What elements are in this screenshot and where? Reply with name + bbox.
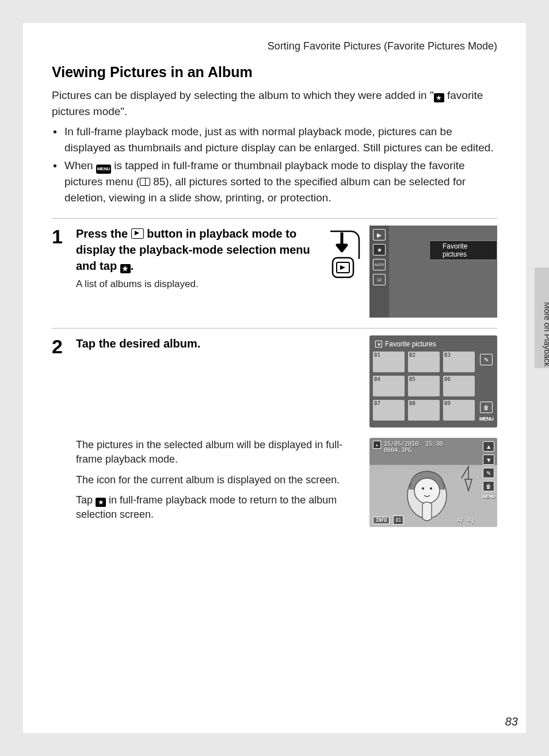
album-cell: 04 [373, 376, 405, 396]
edit-icon: ✎ [483, 468, 494, 478]
frame-counter: 4/ 4] [457, 517, 474, 524]
mode-label: Favorite pictures [429, 240, 497, 260]
bullet-2: When MENU is tapped in full-frame or thu… [64, 158, 497, 205]
album-cell: 03 [443, 352, 475, 372]
step-1-number: 1 [52, 226, 76, 318]
star-icon [96, 498, 106, 507]
mode-menu-screen: ▶ ★ AUTO 12 Favorite pictures [369, 226, 497, 318]
svg-point-4 [422, 487, 424, 490]
album-indicator: 01 [393, 516, 403, 525]
album-grid-screen: ★Favorite pictures 010203040506070809 ✎ … [369, 335, 497, 427]
button-press-illustration [328, 226, 363, 283]
page-number: 83 [505, 715, 518, 728]
side-tab-label: More on Playback [543, 302, 549, 366]
trash-icon: 🗑 [480, 402, 493, 413]
playback-screen: ★ 15/05/2010 15:30 0004.JPG ▲ ▼ ✎ 🗑 MENU… [369, 438, 497, 527]
step-2-para-1: The pictures in the selected album will … [76, 438, 357, 467]
star-icon [120, 264, 131, 273]
down-icon: ▼ [483, 455, 494, 465]
step-1-sub: A list of albums is displayed. [76, 277, 320, 292]
book-icon [140, 178, 150, 186]
mode-icon-date: 12 [373, 274, 386, 285]
album-cell: 07 [373, 400, 405, 421]
step-1-title: Press the button in playback mode to dis… [76, 226, 320, 274]
step-2-para-3: Tap in full-frame playback mode to retur… [76, 493, 357, 522]
album-cell: 06 [443, 376, 475, 396]
album-cell: 02 [408, 352, 440, 372]
album-cell: 08 [408, 400, 440, 421]
mode-icon-auto: AUTO [373, 259, 386, 270]
album-cell: 05 [408, 376, 440, 396]
menu-icon: MENU [482, 494, 495, 499]
grid-header: ★Favorite pictures [373, 339, 478, 352]
menu-icon: MENU [479, 416, 494, 422]
up-icon: ▲ [483, 441, 494, 452]
step-2-title: Tap the desired album. [76, 335, 361, 352]
album-cell: 09 [443, 400, 475, 421]
star-icon [434, 93, 444, 102]
edit-icon: ✎ [480, 354, 493, 365]
step-2-para-2: The icon for the current album is displa… [76, 473, 357, 487]
page-title: Viewing Pictures in an Album [52, 64, 497, 81]
star-icon: ★ [373, 441, 381, 449]
bullet-1: In full-frame playback mode, just as wit… [64, 124, 497, 155]
playback-icon [131, 228, 144, 239]
menu-icon: MENU [96, 165, 111, 174]
mode-icon-favorite: ★ [373, 244, 386, 255]
trash-icon: 🗑 [483, 481, 494, 491]
album-cell: 01 [373, 352, 405, 372]
intro-text: Pictures can be displayed by selecting t… [52, 87, 497, 119]
info-tab: INFO [373, 517, 390, 524]
svg-point-5 [430, 487, 432, 490]
mode-icon-play: ▶ [373, 229, 386, 240]
svg-point-3 [414, 478, 440, 503]
step-2-number: 2 [52, 335, 76, 427]
breadcrumb: Sorting Favorite Pictures (Favorite Pict… [52, 40, 497, 52]
